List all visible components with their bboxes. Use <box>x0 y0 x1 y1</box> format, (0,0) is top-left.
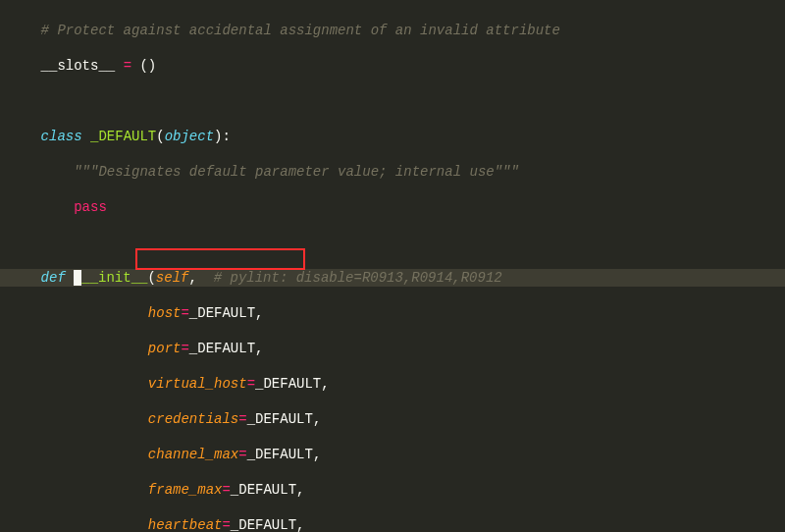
def-keyword: def <box>41 270 66 286</box>
code-block: # Protect against accidental assignment … <box>0 4 785 532</box>
code-line: # Protect against accidental assignment … <box>0 22 785 39</box>
class-keyword: class <box>41 129 82 144</box>
blank-line <box>0 234 785 251</box>
code-editor[interactable]: # Protect against accidental assignment … <box>0 4 785 532</box>
param-line: host=_DEFAULT, <box>0 304 785 322</box>
param-line: port=_DEFAULT, <box>0 340 785 357</box>
method-name: __init__ <box>81 270 147 286</box>
param-line-heartbeat: heartbeat=_DEFAULT, <box>0 516 785 532</box>
self-param: self <box>156 270 189 286</box>
base-class: object <box>165 129 214 144</box>
pass-keyword: pass <box>74 199 107 215</box>
code-line: class _DEFAULT(object): <box>0 128 785 145</box>
param-line: channel_max=_DEFAULT, <box>0 446 785 463</box>
docstring-line: """Designates default parameter value; i… <box>0 163 785 181</box>
class-name: _DEFAULT <box>82 129 157 144</box>
param-line: frame_max=_DEFAULT, <box>0 481 785 499</box>
blank-line <box>0 92 785 110</box>
slots-name: __slots__ <box>41 58 116 74</box>
pylint-comment: # pylint: disable=R0913,R0914,R0912 <box>197 270 502 286</box>
param-line: credentials=_DEFAULT, <box>0 410 785 428</box>
code-line: __slots__ = () <box>0 57 785 75</box>
comment-fragment: # Protect against accidental assignment … <box>8 23 560 38</box>
param-line: virtual_host=_DEFAULT, <box>0 375 785 393</box>
active-line: def __init__(self, # pylint: disable=R09… <box>0 269 785 287</box>
code-line: pass <box>0 198 785 216</box>
